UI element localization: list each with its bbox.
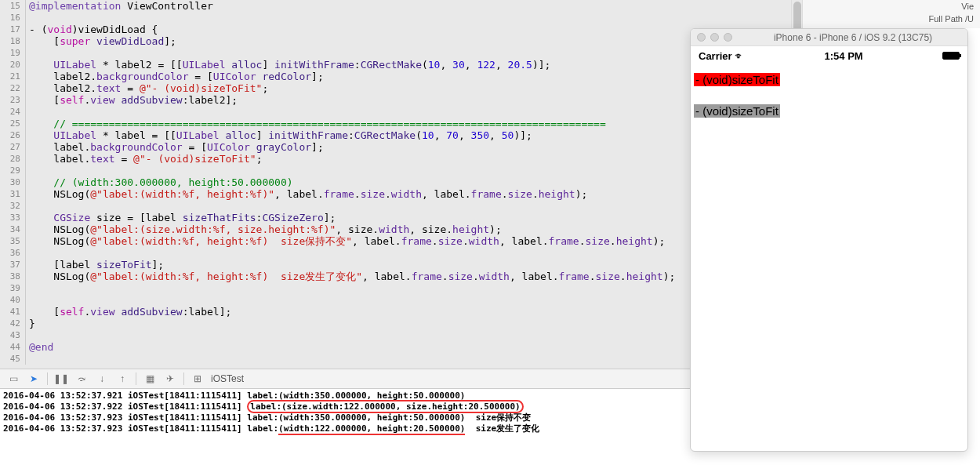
code-line[interactable]: NSLog(@"label:(width:%f, height:%f)", la… [26, 188, 802, 200]
line-number-gutter: 1516171819202122232425262728293031323334… [0, 0, 25, 365]
traffic-light-zoom-icon[interactable] [724, 33, 732, 42]
debug-toolbar: ▭ ➤ ❚❚ ⤼ ↓ ↑ ▦ ✈ ⊞ iOSTest [0, 369, 802, 389]
ios-simulator-window[interactable]: iPhone 6 - iPhone 6 / iOS 9.2 (13C75) Ca… [690, 28, 968, 452]
line-number: 25 [0, 118, 25, 129]
line-number: 24 [0, 106, 25, 118]
step-into-icon[interactable]: ↓ [95, 372, 109, 386]
code-line[interactable]: NSLog(@"label:(width:%f, height:%f) size… [26, 235, 802, 247]
red-label: - (void)sizeToFit [694, 73, 780, 86]
code-line[interactable]: [super viewDidLoad]; [26, 35, 802, 47]
code-line[interactable]: label.backgroundColor = [UIColor grayCol… [26, 141, 802, 153]
step-out-icon[interactable]: ↑ [115, 372, 129, 386]
line-number: 36 [0, 247, 25, 259]
code-line[interactable]: // (width:300.000000, height:50.000000) [26, 176, 802, 188]
line-number: 22 [0, 82, 25, 94]
line-number: 38 [0, 271, 25, 282]
code-line[interactable]: label2.text = @"- (void)sizeToFit"; [26, 82, 802, 94]
line-number: 17 [0, 24, 25, 35]
line-number: 21 [0, 71, 25, 82]
code-line[interactable]: // =====================================… [26, 118, 802, 129]
code-line[interactable]: UILabel * label = [[UILabel alloc] initW… [26, 129, 802, 141]
simulator-screen[interactable]: - (void)sizeToFit - (void)sizeToFit [691, 65, 967, 451]
right-inspector-panel: Vie Full Path /U [802, 0, 980, 28]
line-number: 29 [0, 165, 25, 176]
line-number: 28 [0, 153, 25, 165]
inspector-path: Full Path /U [803, 13, 980, 25]
breakpoints-icon[interactable]: ➤ [27, 372, 41, 386]
line-number: 23 [0, 94, 25, 106]
hide-debug-icon[interactable]: ▭ [6, 372, 20, 386]
line-number: 31 [0, 188, 25, 200]
line-number: 15 [0, 0, 25, 12]
code-line[interactable]: label.text = @"- (void)sizeToFit"; [26, 153, 802, 165]
code-line[interactable]: [label sizeToFit]; [26, 259, 802, 271]
carrier-label: Carrier ᯤ [699, 50, 745, 62]
code-line[interactable]: @implementation ViewController [26, 0, 802, 12]
status-time: 1:54 PM [825, 50, 863, 62]
line-number: 34 [0, 223, 25, 235]
view-debug-icon[interactable]: ▦ [143, 372, 157, 386]
line-number: 45 [0, 353, 25, 365]
battery-icon [942, 52, 960, 60]
console-line: 2016-04-06 13:52:37.922 iOSTest[18411:11… [3, 401, 799, 412]
pause-icon[interactable]: ❚❚ [54, 372, 68, 386]
line-number: 33 [0, 212, 25, 223]
process-icon[interactable]: ⊞ [191, 372, 205, 386]
code-line[interactable]: NSLog(@"label:(size.width:%f, size.heigh… [26, 223, 802, 235]
line-number: 40 [0, 294, 25, 306]
step-over-icon[interactable]: ⤼ [74, 372, 89, 386]
line-number: 37 [0, 259, 25, 271]
line-number: 42 [0, 318, 25, 329]
code-line[interactable]: UILabel * label2 = [[UILabel alloc] init… [26, 59, 802, 71]
ios-status-bar: Carrier ᯤ 1:54 PM [691, 46, 967, 65]
simulator-titlebar[interactable]: iPhone 6 - iPhone 6 / iOS 9.2 (13C75) [691, 29, 967, 46]
line-number: 18 [0, 35, 25, 47]
line-number: 43 [0, 329, 25, 341]
location-icon[interactable]: ✈ [163, 372, 177, 386]
code-line[interactable]: NSLog(@"label:(width:%f, height:%f) size… [26, 271, 802, 282]
code-line[interactable]: } [26, 318, 802, 329]
code-line[interactable]: CGSize size = [label sizeThatFits:CGSize… [26, 212, 802, 223]
line-number: 26 [0, 129, 25, 141]
code-area[interactable]: @implementation ViewController- (void)vi… [25, 0, 802, 365]
simulator-title: iPhone 6 - iPhone 6 / iOS 9.2 (13C75) [739, 32, 967, 43]
line-number: 32 [0, 200, 25, 212]
line-number: 19 [0, 47, 25, 59]
traffic-light-close-icon[interactable] [697, 33, 706, 42]
line-number: 35 [0, 235, 25, 247]
console-line: 2016-04-06 13:52:37.923 iOSTest[18411:11… [3, 412, 799, 423]
code-line[interactable]: [self.view addSubview:label]; [26, 306, 802, 318]
line-number: 39 [0, 282, 25, 294]
code-line[interactable]: [self.view addSubview:label2]; [26, 94, 802, 106]
line-number: 20 [0, 59, 25, 71]
code-line[interactable]: label2.backgroundColor = [UIColor redCol… [26, 71, 802, 82]
code-editor[interactable]: 1516171819202122232425262728293031323334… [0, 0, 802, 369]
code-line[interactable]: @end [26, 341, 802, 353]
console-output[interactable]: 2016-04-06 13:52:37.921 iOSTest[18411:11… [0, 389, 802, 465]
inspector-text: Vie [803, 0, 980, 13]
line-number: 44 [0, 341, 25, 353]
line-number: 27 [0, 141, 25, 153]
console-line: 2016-04-06 13:52:37.923 iOSTest[18411:11… [3, 423, 799, 434]
line-number: 16 [0, 12, 25, 24]
traffic-light-minimize-icon[interactable] [710, 33, 719, 42]
code-line[interactable]: - (void)viewDidLoad { [26, 24, 802, 35]
line-number: 30 [0, 176, 25, 188]
line-number: 41 [0, 306, 25, 318]
gray-label: - (void)sizeToFit [694, 104, 780, 118]
debug-target-label[interactable]: iOSTest [211, 373, 244, 384]
